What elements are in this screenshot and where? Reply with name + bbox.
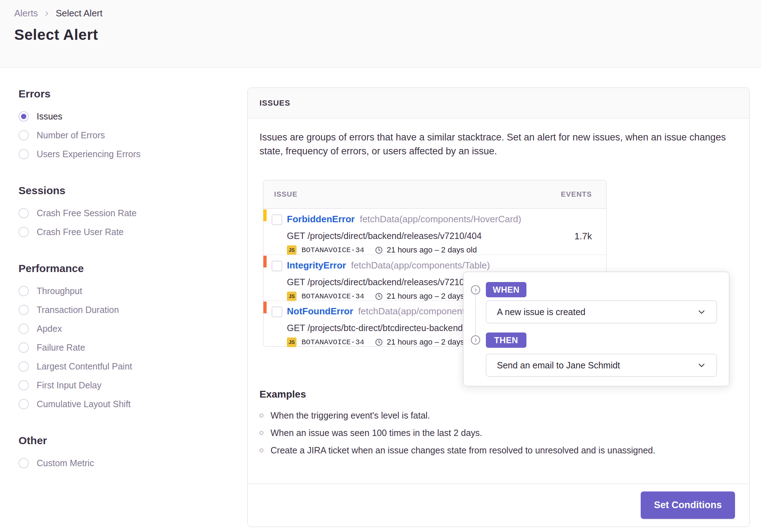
issue-checkbox[interactable] [272,261,282,271]
breadcrumb: Alerts Select Alert [14,8,103,19]
sidebar-item-label: Custom Metric [37,458,94,468]
example-text: Create a JIRA ticket when an issue chang… [271,445,655,456]
sidebar-item-number-of-errors[interactable]: Number of Errors [19,129,225,141]
issue-culprit: fetchData(app/components/HoverCard) [360,214,521,225]
when-condition-select[interactable]: A new issue is created [486,300,717,323]
list-item: When an issue was seen 100 times in the … [259,427,736,439]
sidebar-item-label: Apdex [37,324,62,334]
column-header-events: EVENTS [561,190,592,198]
radio-icon[interactable] [19,286,29,296]
rule-builder-card: WHEN A new issue is created THEN Send an… [463,272,729,386]
sidebar-item-crash-free-user-rate[interactable]: Crash Free User Rate [19,226,225,238]
list-item: Create a JIRA ticket when an issue chang… [259,444,736,456]
clock-icon [375,292,383,300]
radio-icon[interactable] [19,361,29,372]
examples-heading: Examples [259,389,736,400]
sidebar-section-performance: Performance Throughput Transaction Durat… [19,262,225,410]
issues-panel: ISSUES Issues are groups of errors that … [247,87,750,527]
sidebar-item-users-experiencing-errors[interactable]: Users Experiencing Errors [19,148,225,160]
radio-selected-icon[interactable] [19,111,29,122]
sidebar-item-custom-metric[interactable]: Custom Metric [19,457,225,469]
issue-link[interactable]: IntegrityError [287,260,346,271]
level-indicator [263,302,267,313]
issue-request: GET /projects/direct/backend/releases/v7… [287,231,593,241]
sidebar-item-throughput[interactable]: Throughput [19,285,225,297]
list-item: When the triggering event's level is fat… [259,409,736,421]
platform-js-badge: JS [287,245,296,255]
example-text: When the triggering event's level is fat… [271,410,430,421]
chevron-right-circle-icon [471,335,480,345]
issue-checkbox[interactable] [272,214,282,225]
breadcrumb-link-alerts[interactable]: Alerts [14,8,38,19]
sidebar-item-label: Crash Free User Rate [37,227,124,237]
events-count: 1.7k [574,231,592,242]
table-row: ForbiddenError fetchData(app/components/… [263,209,606,255]
chevron-down-icon [697,308,706,316]
platform-js-badge: JS [287,337,296,347]
radio-icon[interactable] [19,380,29,390]
bullet-icon [259,431,263,435]
issue-age: 21 hours ago – 2 days old [387,245,477,255]
breadcrumb-current: Select Alert [56,8,103,19]
radio-icon[interactable] [19,149,29,159]
sidebar-section-errors: Errors Issues Number of Errors Users Exp… [19,87,225,160]
chevron-right-circle-icon [471,285,480,294]
when-badge: WHEN [486,282,526,297]
radio-icon[interactable] [19,399,29,409]
level-indicator [263,256,267,267]
section-heading: Performance [19,262,225,275]
sidebar-item-crash-free-session-rate[interactable]: Crash Free Session Rate [19,207,225,219]
sidebar-item-label: Throughput [37,286,82,296]
sidebar-item-label: Crash Free Session Rate [37,208,137,218]
page-header: Alerts Select Alert Select Alert [0,0,761,68]
chevron-down-icon [697,361,706,369]
issue-link[interactable]: ForbiddenError [287,214,355,225]
clock-icon [375,246,383,254]
set-conditions-button[interactable]: Set Conditions [641,491,735,519]
sidebar-item-label: Transaction Duration [37,305,119,315]
sidebar-item-label: Failure Rate [37,342,85,353]
table-header: ISSUE EVENTS [263,180,606,209]
issue-culprit: fetchData(app/components/ [358,306,472,317]
radio-icon[interactable] [19,324,29,334]
chevron-right-icon [43,10,50,17]
connector-dotted-line [475,296,476,335]
issue-link[interactable]: NotFoundError [287,306,353,317]
issue-checkbox[interactable] [272,307,282,317]
example-text: When an issue was seen 100 times in the … [271,428,482,438]
radio-icon[interactable] [19,342,29,353]
clock-icon [375,338,383,346]
panel-footer: Set Conditions [248,484,749,527]
sidebar-item-label: Issues [37,111,62,122]
sidebar-item-label: Cumulative Layout Shift [37,399,131,409]
sidebar-section-other: Other Custom Metric [19,434,225,469]
radio-icon[interactable] [19,458,29,468]
when-condition-value: A new issue is created [497,307,586,317]
section-heading: Errors [19,87,225,100]
radio-icon[interactable] [19,208,29,218]
sidebar-item-cumulative-layout-shift[interactable]: Cumulative Layout Shift [19,398,225,410]
issue-short-id: BOTANAVOICE-34 [301,292,364,300]
sidebar-item-largest-contentful-paint[interactable]: Largest Contentful Paint [19,360,225,372]
page-title: Select Alert [14,26,98,43]
sidebar-item-transaction-duration[interactable]: Transaction Duration [19,304,225,316]
sidebar-item-failure-rate[interactable]: Failure Rate [19,341,225,353]
issue-culprit: fetchData(app/components/Table) [351,260,490,271]
radio-icon[interactable] [19,227,29,237]
sidebar-item-issues[interactable]: Issues [19,110,225,122]
sidebar-item-label: Largest Contentful Paint [37,361,132,372]
platform-js-badge: JS [287,292,296,301]
sidebar-item-label: Users Experiencing Errors [37,149,141,159]
issue-short-id: BOTANAVOICE-34 [301,246,364,254]
sidebar-item-apdex[interactable]: Apdex [19,323,225,335]
then-action-select[interactable]: Send an email to Jane Schmidt [486,354,717,377]
then-action-value: Send an email to Jane Schmidt [497,360,620,371]
section-heading: Other [19,434,225,447]
radio-icon[interactable] [19,305,29,315]
bullet-icon [259,448,263,452]
issue-short-id: BOTANAVOICE-34 [301,338,364,346]
sidebar-item-first-input-delay[interactable]: First Input Delay [19,379,225,391]
bullet-icon [259,414,263,417]
radio-icon[interactable] [19,130,29,140]
panel-header: ISSUES [248,88,749,118]
